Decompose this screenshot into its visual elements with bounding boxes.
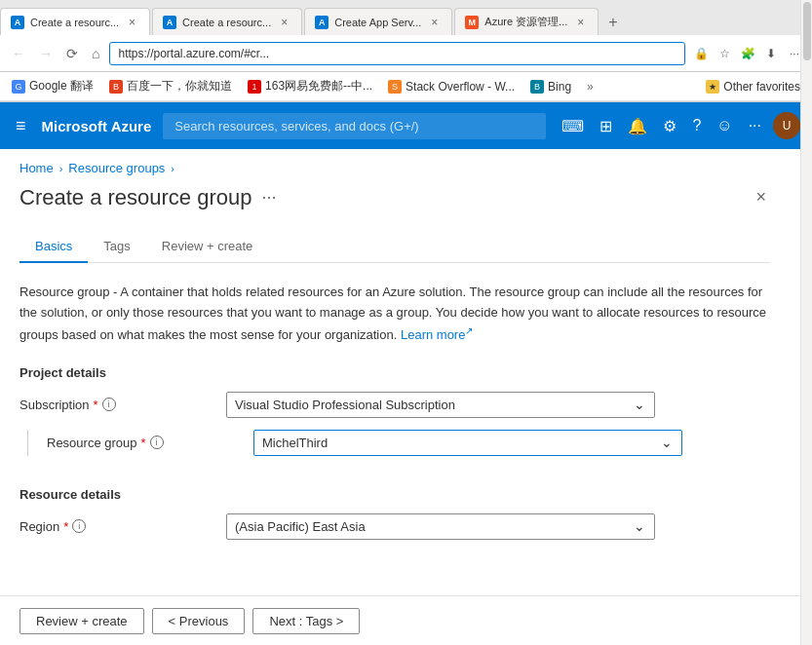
- feedback-icon[interactable]: ☺: [713, 113, 736, 138]
- tab-title-1: Create a resourc...: [30, 17, 119, 28]
- project-details-section: Project details Subscription * i: [19, 365, 770, 468]
- resource-group-select[interactable]: MichelThird: [253, 430, 682, 456]
- bookmark-163-label: 163网易免费邮--中...: [265, 78, 372, 95]
- external-link-icon: [465, 327, 473, 342]
- baidu-icon: B: [109, 80, 123, 94]
- google-icon: G: [12, 80, 25, 94]
- bookmark-stackoverflow-label: Stack Overflow - W...: [406, 80, 515, 94]
- resource-group-label: Resource group: [47, 436, 137, 450]
- tab-icon-2: A: [163, 16, 176, 29]
- user-avatar[interactable]: U: [773, 112, 800, 139]
- subscription-info-icon[interactable]: i: [102, 398, 116, 411]
- bookmark-bing[interactable]: B Bing: [526, 78, 575, 95]
- azure-header: ≡ Microsoft Azure ⌨ ⊞ 🔔 ⚙ ? ☺ ··· U: [0, 102, 812, 149]
- download-icon[interactable]: ⬇: [761, 44, 781, 63]
- bookmark-google[interactable]: G Google 翻译: [8, 76, 97, 96]
- breadcrumb-home[interactable]: Home: [19, 161, 54, 175]
- review-create-button[interactable]: Review + create: [19, 608, 144, 634]
- global-search-input[interactable]: [163, 113, 546, 139]
- resource-details-section: Resource details Region * i: [19, 487, 770, 540]
- browser-tab-1[interactable]: A Create a resourc... ×: [0, 8, 150, 35]
- resource-group-row: Resource group * i MichelThird: [47, 430, 770, 456]
- 163-icon: 1: [248, 80, 261, 94]
- subscription-label: Subscription: [19, 398, 90, 412]
- tab-close-2[interactable]: ×: [277, 14, 291, 31]
- bookmark-bing-label: Bing: [548, 80, 571, 94]
- breadcrumb-resource-groups[interactable]: Resource groups: [68, 161, 165, 175]
- back-button[interactable]: ←: [8, 44, 29, 63]
- region-required: *: [63, 519, 68, 534]
- other-favorites[interactable]: ★ Other favorites: [702, 78, 804, 95]
- subscription-required: *: [94, 398, 98, 412]
- bing-icon: B: [530, 80, 544, 94]
- region-label: Region: [19, 519, 59, 534]
- stackoverflow-icon: S: [388, 80, 402, 94]
- breadcrumb: Home › Resource groups ›: [19, 149, 770, 183]
- bookmark-stackoverflow[interactable]: S Stack Overflow - W...: [384, 78, 519, 95]
- page-header: Create a resource group ··· ×: [19, 183, 770, 211]
- tab-title-2: Create a resourc...: [182, 17, 271, 28]
- form-footer: Review + create < Previous Next : Tags >: [0, 595, 812, 645]
- close-button[interactable]: ×: [752, 183, 770, 211]
- hamburger-menu[interactable]: ≡: [12, 112, 30, 140]
- lock-icon: 🔒: [691, 44, 711, 63]
- next-button[interactable]: Next : Tags >: [252, 608, 360, 634]
- tab-review-create[interactable]: Review + create: [146, 231, 269, 263]
- browser-tab-4[interactable]: M Azure 资源管理... ×: [454, 8, 599, 35]
- tab-close-1[interactable]: ×: [125, 14, 139, 31]
- region-row: Region * i (Asia Pacific) East Asia: [19, 513, 770, 540]
- browser-tab-2[interactable]: A Create a resourc... ×: [152, 8, 302, 35]
- refresh-button[interactable]: ⟳: [62, 44, 82, 63]
- resource-group-info-icon[interactable]: i: [150, 436, 164, 449]
- tab-tags[interactable]: Tags: [88, 231, 145, 263]
- tab-title-3: Create App Serv...: [334, 17, 421, 28]
- tab-close-3[interactable]: ×: [427, 14, 442, 31]
- subscription-row: Subscription * i Visual Studio Professio…: [19, 392, 770, 418]
- tab-icon-1: A: [11, 16, 24, 29]
- resource-group-required: *: [141, 436, 146, 450]
- notifications-icon[interactable]: 🔔: [624, 113, 651, 139]
- learn-more-link[interactable]: Learn more: [401, 327, 473, 342]
- page-options-menu[interactable]: ···: [261, 187, 276, 208]
- description-text: Resource group - A container that holds …: [19, 285, 766, 342]
- tab-icon-4: M: [465, 16, 479, 29]
- page-title: Create a resource group: [19, 185, 251, 210]
- bookmark-baidu[interactable]: B 百度一下，你就知道: [105, 76, 236, 96]
- forward-button[interactable]: →: [35, 44, 57, 63]
- form-description: Resource group - A container that holds …: [19, 283, 770, 346]
- new-tab-button[interactable]: +: [600, 10, 625, 35]
- directory-icon[interactable]: ⊞: [596, 113, 616, 139]
- tab-icon-3: A: [315, 16, 329, 29]
- help-icon[interactable]: ?: [688, 113, 705, 138]
- browser-tab-3[interactable]: A Create App Serv... ×: [304, 8, 452, 35]
- star-icon[interactable]: ☆: [715, 44, 734, 63]
- address-input[interactable]: [109, 42, 685, 65]
- indent-line: [27, 430, 35, 456]
- bookmark-google-label: Google 翻译: [29, 78, 94, 95]
- resource-details-title: Resource details: [19, 487, 770, 502]
- settings-icon[interactable]: ⚙: [659, 113, 680, 139]
- region-info-icon[interactable]: i: [72, 519, 86, 533]
- tab-close-4[interactable]: ×: [573, 14, 588, 31]
- bookmark-baidu-label: 百度一下，你就知道: [127, 78, 232, 95]
- scrollbar-track[interactable]: [800, 149, 812, 595]
- project-details-title: Project details: [19, 365, 770, 380]
- other-favorites-label: Other favorites: [723, 80, 800, 94]
- cloud-shell-icon[interactable]: ⌨: [558, 113, 588, 139]
- tab-title-4: Azure 资源管理...: [484, 15, 567, 29]
- form-tabs: Basics Tags Review + create: [19, 231, 770, 263]
- home-button[interactable]: ⌂: [88, 44, 103, 63]
- resource-group-indent: Resource group * i MichelThird: [19, 430, 770, 468]
- subscription-select[interactable]: Visual Studio Professional Subscription: [226, 392, 655, 418]
- extension-icon[interactable]: 🧩: [738, 44, 757, 63]
- bookmark-163[interactable]: 1 163网易免费邮--中...: [244, 76, 376, 96]
- tab-basics[interactable]: Basics: [19, 231, 88, 263]
- breadcrumb-sep-2: ›: [171, 163, 174, 174]
- more-icon[interactable]: ···: [745, 113, 765, 138]
- breadcrumb-sep-1: ›: [59, 163, 63, 174]
- region-select[interactable]: (Asia Pacific) East Asia: [226, 513, 655, 540]
- previous-button[interactable]: < Previous: [152, 608, 246, 634]
- azure-logo: Microsoft Azure: [42, 118, 152, 134]
- favorites-folder-icon: ★: [706, 80, 719, 94]
